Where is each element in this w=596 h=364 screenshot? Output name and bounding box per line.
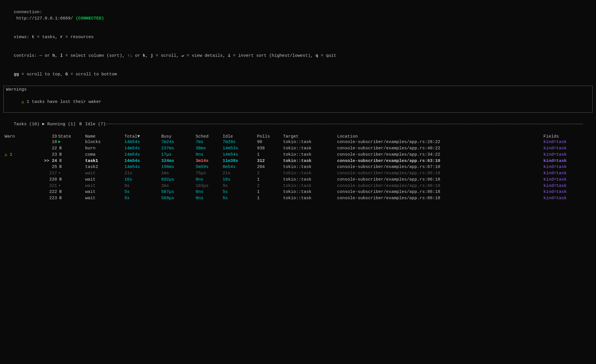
table-row[interactable]: 22 ⏸ burn 14m54s 237ms 38ms 14m53s 938 t… bbox=[5, 145, 593, 152]
connection-status: (CONNECTED) bbox=[76, 16, 104, 21]
cell-name: wait bbox=[85, 183, 124, 189]
col-header-name: Name bbox=[85, 134, 124, 139]
table-row[interactable]: △ 1 23 ⏸ coma 14m54s 17μs 0ns 14m54s 1 t… bbox=[5, 152, 593, 158]
cell-polls: 2 bbox=[257, 170, 283, 177]
cell-location: console-subscriber/examples/app.rs:86:18 bbox=[337, 189, 544, 195]
cell-name: wait bbox=[85, 177, 124, 183]
cell-polls: 938 bbox=[257, 145, 283, 152]
col-header-total: Total▼ bbox=[124, 134, 161, 139]
table-row[interactable]: 222 ⏸ wait 5s 587μs 0ns 5s 1 tokio::task… bbox=[5, 189, 593, 195]
cell-polls: 1 bbox=[257, 152, 283, 158]
cell-fields: kind=task bbox=[543, 164, 593, 170]
cell-id: 18 bbox=[34, 139, 58, 145]
cell-idle: 7m29s bbox=[223, 139, 257, 145]
cell-state: ⏸ bbox=[58, 189, 85, 195]
controls-line1: controls: ↔ or h, l = select column (sor… bbox=[3, 46, 593, 65]
cell-target: tokio::task bbox=[283, 189, 337, 195]
cell-target: tokio::task bbox=[283, 183, 337, 189]
cell-polls: 90 bbox=[257, 139, 283, 145]
cell-state: ▪ bbox=[58, 183, 85, 189]
cell-state: ⏸ bbox=[58, 164, 85, 170]
table-row[interactable]: 217 ▪ wait 21s 1ms 75μs 21s 2 tokio::tas… bbox=[5, 170, 593, 177]
cell-fields: kind=task bbox=[543, 195, 593, 201]
cell-target: tokio::task bbox=[283, 139, 337, 145]
cell-polls: 312 bbox=[257, 158, 283, 164]
cell-busy: 17μs bbox=[161, 152, 196, 158]
tasks-table: Warn ID State Name Total▼ Busy Sched Idl… bbox=[5, 134, 593, 201]
cell-name: burn bbox=[85, 145, 124, 152]
cell-total: 5s bbox=[124, 189, 161, 195]
cell-id: >> 24 bbox=[34, 158, 58, 164]
cell-warn bbox=[5, 158, 34, 164]
cell-busy: 1ms bbox=[161, 170, 196, 177]
cell-location: console-subscriber/examples/app.rs:67:10 bbox=[337, 164, 544, 170]
col-header-state: State bbox=[58, 134, 85, 139]
cell-name: coma bbox=[85, 152, 124, 158]
cell-fields: kind=task bbox=[543, 183, 593, 189]
warnings-box: Warnings △ 1 tasks have lost their waker bbox=[3, 86, 593, 113]
table-header-row: Warn ID State Name Total▼ Busy Sched Idl… bbox=[5, 134, 593, 139]
cell-sched: 0ns bbox=[196, 152, 223, 158]
table-row[interactable]: 220 ⏸ wait 16s 692μs 0ns 16s 1 tokio::ta… bbox=[5, 177, 593, 183]
cell-idle: 5s bbox=[223, 195, 257, 201]
cell-name: wait bbox=[85, 195, 124, 201]
col-header-polls: Polls bbox=[257, 134, 283, 139]
cell-target: tokio::task bbox=[283, 158, 337, 164]
cell-busy: 587μs bbox=[161, 189, 196, 195]
cell-warn bbox=[5, 195, 34, 201]
cell-idle: 21s bbox=[223, 170, 257, 177]
cell-idle: 11m38s bbox=[223, 158, 257, 164]
cell-busy: 2ms bbox=[161, 183, 196, 189]
cell-fields: kind=task bbox=[543, 177, 593, 183]
table-row[interactable]: 223 ⏸ wait 5s 569μs 0ns 5s 1 tokio::task… bbox=[5, 195, 593, 201]
cell-total: 14m54s bbox=[124, 152, 161, 158]
col-header-target: Target bbox=[283, 134, 337, 139]
cell-warn: △ 1 bbox=[5, 152, 34, 158]
col-header-id: ID bbox=[34, 134, 58, 139]
cell-name: task2 bbox=[85, 164, 124, 170]
cell-warn bbox=[5, 139, 34, 145]
connection-line: connection: http://127.0.0.1:6669/ (CONN… bbox=[3, 3, 593, 28]
table-row[interactable]: 25 ⏸ task2 14m54s 198ms 5m59s 8m54s 204 … bbox=[5, 164, 593, 170]
cell-location: console-subscriber/examples/app.rs:86:18 bbox=[337, 177, 544, 183]
cell-polls: 1 bbox=[257, 189, 283, 195]
cell-id: 23 bbox=[34, 152, 58, 158]
cell-idle: 9s bbox=[223, 183, 257, 189]
cell-sched: 0ns bbox=[196, 189, 223, 195]
cell-total: 14m54s bbox=[124, 139, 161, 145]
cell-sched: 7ms bbox=[196, 139, 223, 145]
cell-location: console-subscriber/examples/app.rs:34:22 bbox=[337, 152, 544, 158]
cell-state: ⏸ bbox=[58, 158, 85, 164]
cell-busy: 569μs bbox=[161, 195, 196, 201]
cell-polls: 1 bbox=[257, 177, 283, 183]
cell-polls: 1 bbox=[257, 195, 283, 201]
tasks-section-header: Tasks (10) ► Running (1) ⏸ Idle (7)─────… bbox=[3, 115, 593, 134]
cell-state: ► bbox=[58, 139, 85, 145]
cell-id: 223 bbox=[34, 195, 58, 201]
cell-total: 21s bbox=[124, 170, 161, 177]
cell-fields: kind=task bbox=[543, 145, 593, 152]
cell-warn bbox=[5, 145, 34, 152]
cell-warn bbox=[5, 177, 34, 183]
warnings-title: Warnings bbox=[6, 87, 590, 92]
cell-total: 14m54s bbox=[124, 164, 161, 170]
cell-location: console-subscriber/examples/app.rs:63:10 bbox=[337, 158, 544, 164]
cell-fields: kind=task bbox=[543, 152, 593, 158]
table-row[interactable]: >> 24 ⏸ task1 14m54s 324ms 3m14s 11m38s … bbox=[5, 158, 593, 164]
cell-location: console-subscriber/examples/app.rs:40:22 bbox=[337, 145, 544, 152]
cell-busy: 324ms bbox=[161, 158, 196, 164]
cell-sched: 3m14s bbox=[196, 158, 223, 164]
col-header-location: Location bbox=[337, 134, 544, 139]
cell-fields: kind=task bbox=[543, 170, 593, 177]
views-line: views: t = tasks, r = resources bbox=[3, 28, 593, 46]
cell-id: 217 bbox=[34, 170, 58, 177]
table-row[interactable]: 221 ▪ wait 9s 2ms 183μs 9s 2 tokio::task… bbox=[5, 183, 593, 189]
table-row[interactable]: 18 ► blocks 14m54s 7m24s 7ms 7m29s 90 to… bbox=[5, 139, 593, 145]
cell-state: ⏸ bbox=[58, 177, 85, 183]
cell-polls: 2 bbox=[257, 183, 283, 189]
cell-warn bbox=[5, 170, 34, 177]
cell-idle: 14m53s bbox=[223, 145, 257, 152]
cell-total: 9s bbox=[124, 183, 161, 189]
cell-location: console-subscriber/examples/app.rs:86:18 bbox=[337, 170, 544, 177]
cell-idle: 14m54s bbox=[223, 152, 257, 158]
